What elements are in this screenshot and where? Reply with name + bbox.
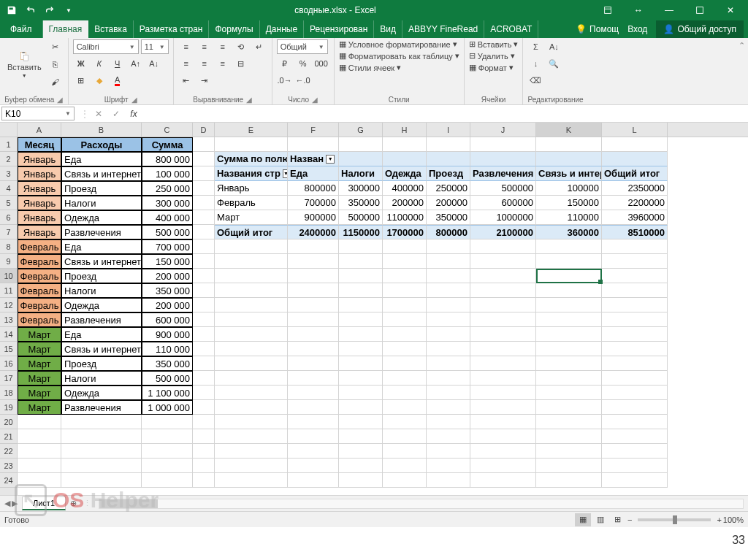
- font-launcher-icon[interactable]: ◢: [131, 96, 137, 104]
- bold-button[interactable]: Ж: [73, 56, 89, 71]
- cell[interactable]: [536, 415, 602, 429]
- cell[interactable]: [288, 298, 339, 312]
- cell[interactable]: [602, 429, 668, 444]
- format-cells-button[interactable]: ▦ Формат ▾: [469, 63, 514, 72]
- cell[interactable]: Связь и интернет: [61, 342, 142, 356]
- cell[interactable]: [18, 415, 61, 429]
- cell[interactable]: [536, 429, 602, 444]
- close-icon[interactable]: ✕: [716, 1, 745, 19]
- fullscreen-icon[interactable]: ↔: [624, 1, 653, 19]
- cell[interactable]: [470, 327, 536, 342]
- cell[interactable]: [193, 459, 215, 473]
- cell[interactable]: [536, 342, 602, 356]
- cancel-formula-icon[interactable]: ✕: [91, 107, 107, 121]
- tab-layout[interactable]: Разметка стран: [134, 20, 210, 38]
- cell[interactable]: [339, 298, 383, 312]
- underline-button[interactable]: Ч: [110, 56, 126, 71]
- cells-area[interactable]: МесяцРасходыСуммаЯнварьЕда800 000Сумма п…: [18, 137, 748, 495]
- cell[interactable]: [193, 327, 215, 342]
- align-right-icon[interactable]: ≡: [215, 56, 231, 71]
- cell[interactable]: Проезд: [61, 356, 142, 371]
- borders-icon[interactable]: ⊞: [73, 73, 89, 88]
- tab-formulas[interactable]: Формулы: [209, 20, 259, 38]
- sheet-tab[interactable]: Лист1: [22, 496, 66, 510]
- cell[interactable]: Сумма: [142, 137, 193, 152]
- cell[interactable]: [470, 298, 536, 312]
- row-header[interactable]: 4: [0, 181, 17, 196]
- cell[interactable]: 350 000: [142, 283, 193, 298]
- cell[interactable]: 200 000: [142, 269, 193, 283]
- tab-data[interactable]: Данные: [260, 20, 304, 38]
- row-header[interactable]: 18: [0, 386, 17, 400]
- cell[interactable]: Еда: [61, 327, 142, 342]
- cell[interactable]: [602, 400, 668, 415]
- cell[interactable]: [470, 429, 536, 444]
- cell[interactable]: [536, 356, 602, 371]
- cell[interactable]: Общий итог: [602, 166, 668, 181]
- minimize-icon[interactable]: —: [654, 1, 684, 19]
- cell[interactable]: [470, 473, 536, 488]
- cell[interactable]: [142, 473, 193, 488]
- cell[interactable]: [602, 327, 668, 342]
- cell[interactable]: [142, 459, 193, 473]
- col-header[interactable]: A: [18, 123, 61, 137]
- clipboard-launcher-icon[interactable]: ◢: [57, 96, 63, 104]
- decrease-indent-icon[interactable]: ⇤: [178, 73, 194, 88]
- cell[interactable]: 350000: [339, 196, 383, 210]
- cell[interactable]: [427, 283, 470, 298]
- autosum-icon[interactable]: Σ: [527, 39, 543, 54]
- number-launcher-icon[interactable]: ◢: [312, 96, 318, 104]
- cell[interactable]: [193, 137, 215, 152]
- cell[interactable]: [288, 327, 339, 342]
- cell[interactable]: [470, 312, 536, 327]
- fill-icon[interactable]: ↓: [527, 56, 543, 71]
- cell[interactable]: Февраль: [18, 239, 61, 254]
- cell[interactable]: [427, 371, 470, 386]
- cell[interactable]: [470, 459, 536, 473]
- row-header[interactable]: 12: [0, 298, 17, 312]
- sheet-prev-icon[interactable]: ◀: [4, 499, 10, 508]
- format-painter-icon[interactable]: 🖌: [47, 74, 64, 89]
- cell[interactable]: [383, 415, 427, 429]
- cell[interactable]: Проезд: [61, 269, 142, 283]
- cell[interactable]: 500000: [470, 181, 536, 196]
- cell[interactable]: 3960000: [602, 210, 668, 225]
- cell[interactable]: [383, 473, 427, 488]
- cell[interactable]: [193, 312, 215, 327]
- cell[interactable]: [383, 254, 427, 269]
- cell[interactable]: 600 000: [142, 312, 193, 327]
- qat-customize-icon[interactable]: ▼: [60, 1, 77, 19]
- cell[interactable]: 2200000: [602, 196, 668, 210]
- cell[interactable]: [288, 429, 339, 444]
- format-as-table-button[interactable]: ▦ Форматировать как таблицу ▾: [339, 51, 459, 61]
- cell[interactable]: [427, 400, 470, 415]
- cell[interactable]: Развлечения: [61, 225, 142, 239]
- cell[interactable]: [339, 254, 383, 269]
- cell[interactable]: 250 000: [142, 181, 193, 196]
- cell[interactable]: [339, 459, 383, 473]
- row-header[interactable]: 23: [0, 459, 17, 473]
- cell[interactable]: [61, 429, 142, 444]
- name-box[interactable]: K10▼: [1, 107, 75, 120]
- page-break-view-icon[interactable]: ⊞: [610, 513, 626, 526]
- row-header[interactable]: 8: [0, 239, 17, 254]
- cell[interactable]: [288, 283, 339, 298]
- cell[interactable]: [383, 269, 427, 283]
- cell[interactable]: Развлечения: [470, 166, 536, 181]
- cell[interactable]: [470, 356, 536, 371]
- cell[interactable]: Связь и интернет: [61, 254, 142, 269]
- cell[interactable]: 700000: [288, 196, 339, 210]
- cell[interactable]: [215, 298, 288, 312]
- cell[interactable]: Январь: [18, 196, 61, 210]
- row-header[interactable]: 5: [0, 196, 17, 210]
- cell[interactable]: [215, 254, 288, 269]
- cell[interactable]: 2400000: [288, 225, 339, 239]
- cell[interactable]: Февраль: [18, 312, 61, 327]
- cell[interactable]: 400 000: [142, 210, 193, 225]
- row-header[interactable]: 19: [0, 400, 17, 415]
- cell[interactable]: 100000: [536, 181, 602, 196]
- cell[interactable]: Налоги: [61, 371, 142, 386]
- cell[interactable]: Месяц: [18, 137, 61, 152]
- ribbon-options-icon[interactable]: [593, 1, 622, 19]
- percent-icon[interactable]: %: [295, 56, 311, 71]
